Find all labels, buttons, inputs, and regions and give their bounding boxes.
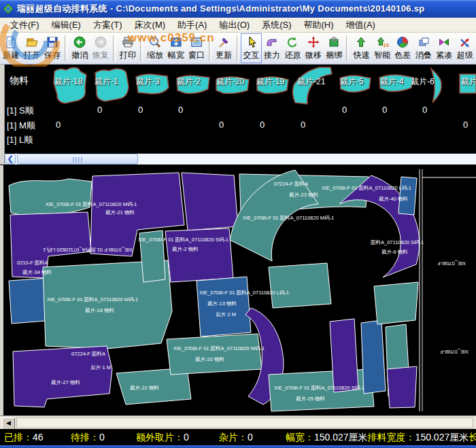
marker-label-mirrored: XIE_0708I-F 01 面料A_07110820 L码-1 xyxy=(43,247,133,253)
scroll-left-button[interactable]: ◀ xyxy=(2,417,15,430)
toolbar-label: 交互 xyxy=(243,50,260,61)
print-button[interactable]: 打印 xyxy=(118,33,138,63)
bundle-button[interactable]: 捆绑 xyxy=(324,33,344,63)
status-pending: 待排：0 xyxy=(71,432,105,444)
fast-arrow-icon xyxy=(354,35,368,49)
marker-label-mirrored: XIE_0708I-F xyxy=(437,260,466,266)
zoom-button[interactable]: 缩放 xyxy=(145,33,165,63)
toolbar-label: 色差 xyxy=(394,50,411,61)
smart-arrow-icon: 10 xyxy=(375,35,389,49)
toolbar: 新建 打开 保存 撤消 恢复 xyxy=(0,33,476,65)
marker-piece[interactable] xyxy=(330,319,358,392)
menu-bed[interactable]: 床次(M) xyxy=(129,18,172,33)
marker-piece[interactable] xyxy=(197,277,251,337)
new-document-icon xyxy=(4,35,18,49)
piece-label[interactable]: 裁片 xyxy=(461,76,476,88)
redo-icon xyxy=(94,35,107,49)
redo-button[interactable]: 恢复 xyxy=(90,33,111,63)
qty-cell: 0 xyxy=(178,105,183,115)
nudge-arrows-icon xyxy=(307,35,320,49)
menu-help[interactable]: 帮助(H) xyxy=(298,18,340,33)
marker-piece[interactable] xyxy=(387,366,417,408)
toolbar-label: 缩放 xyxy=(147,50,163,61)
scrollbar-track[interactable] xyxy=(16,417,473,428)
overlap-button[interactable]: 消叠 xyxy=(413,33,434,63)
restore-recycle-icon xyxy=(286,35,299,49)
piece-label[interactable]: 裁片-4 xyxy=(380,76,404,88)
super-button[interactable]: 超级 xyxy=(454,33,475,63)
update-button[interactable]: 更新 xyxy=(214,33,234,63)
open-button[interactable]: 打开 xyxy=(21,33,41,63)
nudge-button[interactable]: 微移 xyxy=(303,33,324,63)
toolbar-label: 捆绑 xyxy=(326,50,342,61)
marker-piece[interactable] xyxy=(374,282,418,324)
menu-system[interactable]: 系统(S) xyxy=(256,18,297,33)
marker-piece[interactable] xyxy=(361,320,386,394)
toolbar-label: 微移 xyxy=(305,50,322,61)
app-window: 瑞丽超级自动排料系统 - C:\Documents and Settings\A… xyxy=(0,0,476,448)
marker-label: XIE_0708I-F 01 面料A_07110820 S码-1 xyxy=(138,237,228,243)
compact-button[interactable]: 紧凑 xyxy=(434,33,454,63)
piece-label[interactable]: 裁片-21 xyxy=(297,76,325,88)
toolbar-label: 保存 xyxy=(44,50,61,61)
toolbar-separator xyxy=(140,35,143,61)
marker-piece[interactable] xyxy=(9,179,92,216)
marker-piece[interactable] xyxy=(167,334,262,375)
menu-output[interactable]: 输出(O) xyxy=(213,18,256,33)
new-button[interactable]: 新建 xyxy=(1,33,21,63)
undo-button[interactable]: 撤消 xyxy=(69,33,90,63)
marker-label: 07224-F 面料A xyxy=(274,181,308,187)
marker-label: 裁片-2 物料 xyxy=(172,246,199,252)
marker-canvas[interactable]: XIE_0708I-F 01 面料A_07110820 M码-1 裁片-21 物… xyxy=(0,165,476,415)
undo-icon xyxy=(73,35,86,49)
menu-plan[interactable]: 方案(T) xyxy=(87,18,129,33)
status-bar: 已排：46 待排：0 额外取片：0 杂片：0 幅宽：150.027厘米排料宽度：… xyxy=(0,429,476,445)
colordiff-button[interactable]: 色差 xyxy=(392,33,413,63)
toolbar-label: 撤消 xyxy=(71,50,88,61)
piece-label[interactable]: 裁片-6 xyxy=(411,76,435,88)
menu-assistant[interactable]: 助手(A) xyxy=(171,18,213,33)
piece-label[interactable]: 裁片-19 xyxy=(256,76,284,88)
scroll-left-button[interactable]: ❮ xyxy=(5,154,16,165)
menu-value[interactable]: 增值(A) xyxy=(340,18,381,33)
piece-label[interactable]: 裁片-3 xyxy=(136,76,160,88)
interact-button[interactable]: 交互 xyxy=(241,33,261,63)
marker-label: XIE_0708I-F 01 面料A_07110820 M码-1 xyxy=(243,215,334,221)
marker-svg[interactable]: XIE_0708I-F 01 面料A_07110820 M码-1 裁片-21 物… xyxy=(3,165,476,415)
compact-arrows-icon xyxy=(437,35,451,49)
fast-button[interactable]: 快速 xyxy=(351,33,371,63)
refresh-brush-icon xyxy=(217,35,231,49)
menu-edit[interactable]: 编辑(E) xyxy=(46,18,87,33)
piece-label[interactable]: 裁片-2 xyxy=(177,76,201,88)
save-icon xyxy=(46,35,59,49)
piece-list-scrollbar[interactable]: ❮ xyxy=(5,154,476,165)
status-placed: 已排：46 xyxy=(4,432,44,444)
marker-label: 裁片-27 物料 xyxy=(51,379,80,385)
marker-piece[interactable] xyxy=(182,173,238,230)
relay-button[interactable]: 接力 xyxy=(262,33,282,63)
marker-label: 后片·1 M xyxy=(90,364,111,371)
smart-button[interactable]: 10 智能 xyxy=(372,33,392,63)
piece-label[interactable]: 裁片-5 xyxy=(340,76,364,88)
width-button[interactable]: 幅宽 xyxy=(165,33,186,63)
piece-label[interactable]: 裁片-20 xyxy=(216,76,244,88)
qty-cell: 0 xyxy=(382,105,387,115)
menu-file[interactable]: 文件(F) xyxy=(4,18,46,33)
toolbar-label: 智能 xyxy=(374,50,390,61)
toolbar-label: 幅宽 xyxy=(168,50,184,61)
marker-label: XIE_0708I-F 01 面料A_07110820 S码-1 xyxy=(274,385,364,391)
scrollbar-thumb[interactable] xyxy=(17,154,138,165)
marker-piece[interactable] xyxy=(269,263,331,308)
toolbar-separator xyxy=(65,35,67,61)
thumb-grip xyxy=(73,157,82,162)
save-button[interactable]: 保存 xyxy=(42,33,63,63)
window-button[interactable]: 窗口 xyxy=(186,33,207,63)
piece-label[interactable]: 裁片-1 xyxy=(95,76,118,88)
canvas-scrollbar[interactable]: ◀ xyxy=(0,415,476,429)
marker-label: 裁片-18 物料 xyxy=(85,307,114,313)
status-extra: 额外取片：0 xyxy=(136,432,189,444)
piece-label[interactable]: 裁片-18 xyxy=(54,76,82,88)
title-bar[interactable]: 瑞丽超级自动排料系统 - C:\Documents and Settings\A… xyxy=(0,0,476,18)
bundle-puzzle-icon xyxy=(327,35,341,49)
restore-button[interactable]: 还原 xyxy=(282,33,303,63)
